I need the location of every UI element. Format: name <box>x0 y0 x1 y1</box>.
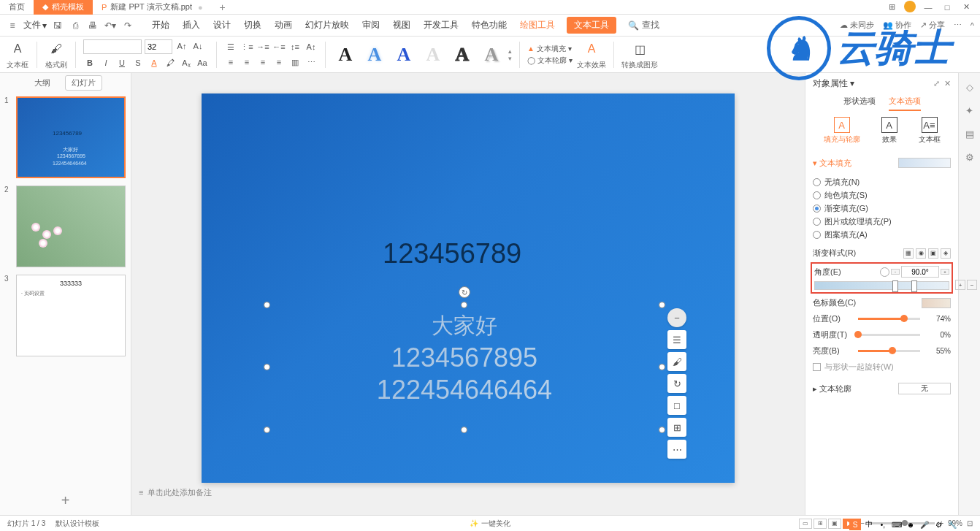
text-style-gallery[interactable]: A A A A A A ▴▾ <box>333 42 512 67</box>
sidestrip-layers-icon[interactable]: ▤ <box>963 127 976 140</box>
menu-tab-design[interactable]: 设计 <box>212 17 232 34</box>
sidestrip-sparkle-icon[interactable]: ✦ <box>963 104 976 117</box>
text-style-4[interactable]: A <box>421 42 445 67</box>
minimize-button[interactable]: — <box>922 1 935 14</box>
resize-handle-br[interactable] <box>659 427 665 433</box>
slide-thumbnail-1[interactable]: 123456789 大家好 1234567895 122454646464 <box>16 96 126 178</box>
strike-button[interactable]: S <box>131 56 145 69</box>
sidestrip-settings-icon[interactable]: ⚙ <box>963 150 976 164</box>
text-style-1[interactable]: A <box>333 42 358 67</box>
menu-tab-developer[interactable]: 开发工具 <box>422 17 460 34</box>
rp-subtab-fill[interactable]: A 填充与轮廓 <box>824 117 860 145</box>
text-style-6[interactable]: A <box>479 42 504 67</box>
float-more-icon[interactable]: ⋯ <box>667 440 686 459</box>
tray-keyboard-icon[interactable]: ⌨ <box>891 519 903 530</box>
view-normal-button[interactable]: ▭ <box>799 519 812 529</box>
tray-mic-icon[interactable]: 🎤 <box>919 519 930 530</box>
menu-tab-drawing[interactable]: 绘图工具 <box>518 17 556 34</box>
grad-style-rect[interactable]: ▣ <box>928 248 938 259</box>
print-preview-icon[interactable]: ⎙ <box>69 19 82 32</box>
align-left-button[interactable]: ≡ <box>224 56 237 69</box>
menu-tab-start[interactable]: 开始 <box>150 17 171 34</box>
align-justify-button[interactable]: ≡ <box>272 56 286 69</box>
ribbon-format-group[interactable]: 🖌 格式刷 <box>45 39 68 70</box>
share-button[interactable]: ↗分享 <box>920 20 945 31</box>
remove-stop-button[interactable]: − <box>967 280 977 290</box>
maximize-button[interactable]: □ <box>941 1 954 14</box>
sync-status[interactable]: ☁未同步 <box>840 20 874 31</box>
decrease-font-icon[interactable]: A↓ <box>191 39 204 53</box>
fill-none-radio[interactable]: 无填充(N) <box>813 177 951 188</box>
selected-textbox[interactable]: ↻ 大家好 1234567895 122454646464 − ☰ 🖌 ↻ □ <box>267 305 662 429</box>
menu-tab-animation[interactable]: 动画 <box>273 17 294 34</box>
columns-button[interactable]: ▥ <box>288 56 302 69</box>
notes-placeholder[interactable]: 单击此处添加备注 <box>148 487 212 498</box>
user-avatar[interactable] <box>904 1 916 12</box>
menu-tab-slideshow[interactable]: 幻灯片放映 <box>304 17 351 34</box>
add-slide-button[interactable]: + <box>55 489 77 511</box>
angle-decrease[interactable]: - <box>891 269 900 275</box>
change-case-button[interactable]: Aa <box>196 56 209 69</box>
resize-handle-tm[interactable] <box>461 302 467 308</box>
bold-button[interactable]: B <box>83 56 96 69</box>
tray-tool-icon[interactable]: 🔧 <box>946 519 958 530</box>
slide-canvas[interactable]: 123456789 ↻ 大家好 1234567895 122454646464 … <box>202 93 735 483</box>
text-outline-button[interactable]: ◯文本轮廓▾ <box>527 56 573 66</box>
font-family-select[interactable] <box>83 39 142 54</box>
highlight-button[interactable]: 🖍 <box>164 56 177 69</box>
resize-handle-ml[interactable] <box>264 364 270 370</box>
tray-ime-icon[interactable]: S <box>849 519 861 530</box>
rotate-handle[interactable]: ↻ <box>459 286 470 298</box>
canvas-text-numbers[interactable]: 123456789 <box>383 238 521 270</box>
menu-tab-text-tools[interactable]: 文本工具 <box>567 17 616 34</box>
menu-tab-view[interactable]: 视图 <box>391 17 412 34</box>
fill-gradient-radio[interactable]: 渐变填充(G) <box>813 203 951 214</box>
tray-punct-icon[interactable]: •, <box>877 519 889 530</box>
titlebar-document-tab[interactable]: P 新建 PPT 演示文稿.ppt ● <box>93 0 212 15</box>
panel-close-icon[interactable]: ✕ <box>944 79 951 88</box>
rp-subtab-effect[interactable]: A 效果 <box>881 117 897 145</box>
float-layers-icon[interactable]: ☰ <box>667 330 686 349</box>
menu-tab-insert[interactable]: 插入 <box>181 17 202 34</box>
fill-solid-radio[interactable]: 纯色填充(S) <box>813 190 951 201</box>
convert-to-image-button[interactable]: ◫ 转换成图形 <box>621 39 658 70</box>
menu-tab-transition[interactable]: 切换 <box>242 17 263 34</box>
float-crop-icon[interactable]: □ <box>667 396 686 415</box>
beautify-button[interactable]: ✨一键美化 <box>470 519 510 529</box>
indent-left-button[interactable]: ←≡ <box>272 40 286 53</box>
save-icon[interactable]: 🖫 <box>51 19 64 32</box>
titlebar-home-tab[interactable]: 首页 <box>0 0 34 15</box>
text-effect-button[interactable]: A 文本效果 <box>577 39 606 70</box>
gallery-more-icon[interactable]: ▴▾ <box>508 42 512 67</box>
resize-handle-mr[interactable] <box>659 364 665 370</box>
tray-emoji-icon[interactable]: ☻ <box>905 519 916 530</box>
panel-pin-icon[interactable]: ⤢ <box>933 79 940 88</box>
slide-thumbnail-3[interactable]: 333333 · 页码设置 <box>16 275 126 356</box>
angle-increase[interactable]: + <box>941 269 949 275</box>
coop-button[interactable]: 👥协作 <box>883 20 911 31</box>
more-para-button[interactable]: ⋯ <box>305 56 318 69</box>
position-slider[interactable] <box>858 318 920 320</box>
grad-style-path[interactable]: ◈ <box>941 248 951 259</box>
brightness-slider[interactable] <box>858 350 920 352</box>
more-icon[interactable]: ⋯ <box>954 20 962 30</box>
slide-thumbnail-2[interactable] <box>16 186 126 267</box>
redo-icon[interactable]: ↷ <box>121 19 134 32</box>
outline-tab[interactable]: 大纲 <box>28 76 56 90</box>
rp-tab-text[interactable]: 文本选项 <box>889 96 921 111</box>
bullets-button[interactable]: ☰ <box>224 40 237 53</box>
text-style-2[interactable]: A <box>362 42 387 67</box>
rotate-with-shape-checkbox[interactable]: 与形状一起旋转(W) <box>813 362 951 373</box>
resize-handle-bm[interactable] <box>461 427 467 433</box>
italic-button[interactable]: I <box>99 56 112 69</box>
gradient-stop-1[interactable] <box>892 280 898 292</box>
text-direction-button[interactable]: A↕ <box>305 40 318 53</box>
angle-dial[interactable] <box>880 267 889 277</box>
resize-handle-tr[interactable] <box>659 302 665 308</box>
align-right-button[interactable]: ≡ <box>256 56 269 69</box>
fill-picture-radio[interactable]: 图片或纹理填充(P) <box>813 216 951 227</box>
current-fill-preview[interactable] <box>898 158 951 168</box>
titlebar-template-tab[interactable]: ◆ 稻壳模板 <box>34 0 93 15</box>
search-button[interactable]: 🔍查找 <box>628 19 659 31</box>
sidestrip-diamond-icon[interactable]: ◇ <box>963 80 976 93</box>
